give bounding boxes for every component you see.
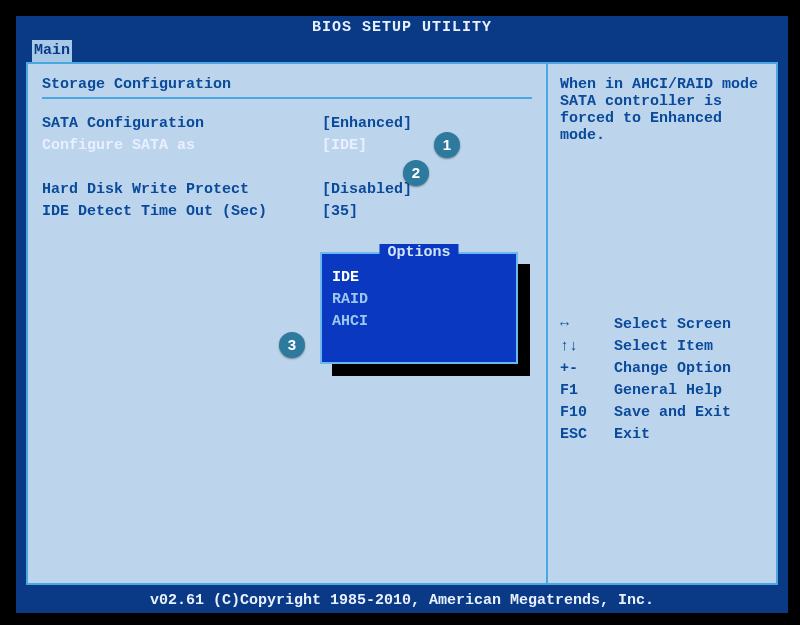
nav-help: ↔ Select Screen ↑↓ Select Item +- Change… <box>560 314 764 446</box>
nav-select-screen: ↔ Select Screen <box>560 314 764 336</box>
callout-1: 1 <box>434 132 460 158</box>
key-desc: Select Screen <box>614 314 731 336</box>
option-ide[interactable]: IDE <box>322 266 516 288</box>
key-desc: General Help <box>614 380 722 402</box>
title-bar: BIOS SETUP UTILITY <box>16 16 788 40</box>
left-panel: Storage Configuration SATA Configuration… <box>28 64 546 583</box>
nav-general-help: F1 General Help <box>560 380 764 402</box>
setting-label: SATA Configuration <box>42 113 322 135</box>
nav-select-item: ↑↓ Select Item <box>560 336 764 358</box>
section-title: Storage Configuration <box>42 76 532 93</box>
section-divider <box>42 97 532 99</box>
key-desc: Select Item <box>614 336 713 358</box>
help-text-line: SATA controller is <box>560 93 764 110</box>
setting-label: Configure SATA as <box>42 135 322 157</box>
nav-save-exit: F10 Save and Exit <box>560 402 764 424</box>
key-label: +- <box>560 358 614 380</box>
key-desc: Change Option <box>614 358 731 380</box>
help-text-line: mode. <box>560 127 764 144</box>
setting-sata-configuration[interactable]: SATA Configuration [Enhanced] <box>42 113 532 135</box>
nav-change-option: +- Change Option <box>560 358 764 380</box>
key-desc: Save and Exit <box>614 402 731 424</box>
setting-label: Hard Disk Write Protect <box>42 179 322 201</box>
callout-2: 2 <box>403 160 429 186</box>
key-label: ESC <box>560 424 614 446</box>
key-label: ↔ <box>560 314 614 336</box>
footer: v02.61 (C)Copyright 1985-2010, American … <box>16 589 788 613</box>
key-label: F10 <box>560 402 614 424</box>
callout-3: 3 <box>279 332 305 358</box>
setting-value: [Enhanced] <box>322 113 412 135</box>
setting-value: [35] <box>322 201 358 223</box>
setting-value: [Disabled] <box>322 179 412 201</box>
setting-hd-write-protect[interactable]: Hard Disk Write Protect [Disabled] <box>42 179 532 201</box>
key-label: F1 <box>560 380 614 402</box>
setting-label: IDE Detect Time Out (Sec) <box>42 201 322 223</box>
setting-value: [IDE] <box>322 135 367 157</box>
setting-ide-detect-timeout[interactable]: IDE Detect Time Out (Sec) [35] <box>42 201 532 223</box>
main-frame: Storage Configuration SATA Configuration… <box>26 62 778 585</box>
key-desc: Exit <box>614 424 650 446</box>
nav-exit: ESC Exit <box>560 424 764 446</box>
key-label: ↑↓ <box>560 336 614 358</box>
help-text-line: When in AHCI/RAID mode <box>560 76 764 93</box>
tab-main[interactable]: Main <box>32 40 72 62</box>
options-popup: Options IDE RAID AHCI <box>320 252 518 364</box>
options-popup-title: Options <box>379 244 458 261</box>
right-panel: When in AHCI/RAID mode SATA controller i… <box>548 64 776 583</box>
option-ahci[interactable]: AHCI <box>322 310 516 332</box>
option-raid[interactable]: RAID <box>322 288 516 310</box>
help-text-line: forced to Enhanced <box>560 110 764 127</box>
tab-row: Main <box>16 40 788 62</box>
bios-screen: BIOS SETUP UTILITY Main Storage Configur… <box>14 14 790 615</box>
